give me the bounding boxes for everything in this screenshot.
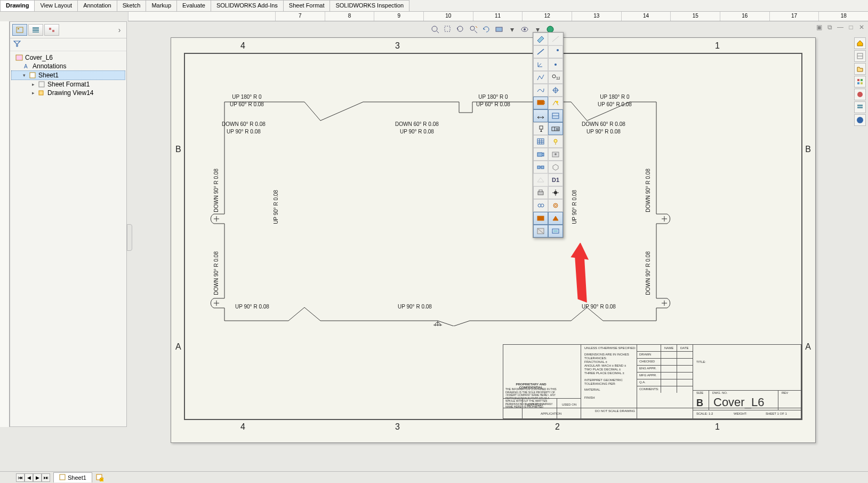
- filter-weld-icon[interactable]: [548, 97, 563, 109]
- zoom-fit-icon[interactable]: [429, 23, 441, 35]
- maximize-icon[interactable]: □: [847, 23, 855, 31]
- fm-tab-property-icon[interactable]: [28, 24, 43, 36]
- taskpane-properties-icon[interactable]: [854, 101, 866, 113]
- filter-sketch-icon[interactable]: [533, 71, 548, 84]
- filter-grid-icon[interactable]: [533, 135, 548, 148]
- tab-sheet-format[interactable]: Sheet Format: [283, 0, 331, 11]
- svg-text:123: 123: [556, 76, 560, 80]
- filter-hole-table-icon[interactable]: [533, 212, 548, 225]
- fm-expand-icon[interactable]: ›: [115, 24, 124, 36]
- zoom-area-icon[interactable]: [442, 23, 454, 35]
- filter-axis-icon[interactable]: [548, 33, 563, 45]
- drawing-sheet[interactable]: 4 3 2 1 4 3 2 1 B A B A UP 180° R 0UP 60…: [171, 37, 816, 443]
- bend-note: UP 90° R 0.08: [571, 190, 578, 224]
- svg-point-71: [554, 153, 557, 155]
- selection-filter-palette[interactable]: 123 ABC 3D D1: [533, 32, 564, 238]
- tree-drawing-view[interactable]: ▸ Drawing View14: [11, 89, 125, 97]
- filter-dimension-icon[interactable]: [533, 109, 548, 122]
- svg-point-45: [554, 64, 557, 66]
- filter-camera-icon[interactable]: [533, 148, 548, 161]
- taskpane-design-library-icon[interactable]: [854, 50, 866, 62]
- viewport-single-icon[interactable]: ▣: [815, 23, 823, 31]
- filter-origin-icon[interactable]: [548, 186, 563, 199]
- filter-decal-icon[interactable]: [548, 148, 563, 161]
- rotate-icon[interactable]: [480, 23, 492, 35]
- tab-annotation[interactable]: Annotation: [77, 0, 117, 11]
- tree-sheet1[interactable]: ▾ Sheet1: [11, 70, 125, 80]
- collapse-toggle-icon[interactable]: ▾: [21, 73, 27, 78]
- bend-note: DOWN 90° R 0.08: [645, 169, 652, 212]
- viewport-link-icon[interactable]: ⧉: [825, 23, 834, 31]
- sheet-nav-last-icon[interactable]: ⏭: [42, 473, 50, 482]
- filter-centermark-icon[interactable]: [548, 84, 563, 97]
- sheet-nav-prev-icon[interactable]: ◀: [25, 473, 33, 482]
- fm-tab-config-icon[interactable]: [44, 24, 59, 36]
- filter-vertex-icon[interactable]: [548, 58, 563, 71]
- minimize-icon[interactable]: —: [836, 23, 845, 31]
- tab-markup[interactable]: Markup: [146, 0, 177, 11]
- filter-view-icon[interactable]: [548, 225, 563, 237]
- bend-note: DOWN 60° R 0.08UP 90° R 0.08: [582, 121, 625, 136]
- bend-note: DOWN 90° R 0.08: [213, 169, 220, 212]
- taskpane-home-icon[interactable]: [854, 37, 866, 49]
- svg-point-83: [554, 204, 557, 207]
- tree-root[interactable]: Cover_L6: [11, 53, 125, 62]
- svg-rect-9: [30, 73, 35, 78]
- svg-rect-26: [861, 82, 863, 84]
- filter-balloon-icon[interactable]: 123: [548, 71, 563, 84]
- filter-connector-icon[interactable]: [533, 161, 548, 173]
- filter-coord-icon[interactable]: [533, 58, 548, 71]
- tab-view-layout[interactable]: View Layout: [34, 0, 78, 11]
- filter-d1-icon[interactable]: D1: [548, 173, 563, 186]
- sheet-tab-sheet1[interactable]: Sheet1: [53, 472, 92, 482]
- panel-collapse-handle[interactable]: [127, 224, 132, 251]
- filter-icon[interactable]: [13, 41, 21, 49]
- sheet-icon: [59, 474, 66, 481]
- close-icon[interactable]: ✕: [857, 23, 866, 31]
- filter-print-icon[interactable]: [533, 186, 548, 199]
- filter-surface-finish-icon[interactable]: [548, 109, 563, 122]
- filter-plane-icon[interactable]: [533, 33, 548, 45]
- taskpane-forum-icon[interactable]: [854, 114, 866, 126]
- filter-mesh-icon[interactable]: [533, 173, 548, 186]
- tree-annotations[interactable]: A Annotations: [11, 62, 125, 70]
- zoom-selection-icon[interactable]: [468, 23, 479, 35]
- expand-toggle-icon[interactable]: ▸: [30, 90, 36, 96]
- tab-evaluate[interactable]: Evaluate: [176, 0, 211, 11]
- taskpane-file-explorer-icon[interactable]: [854, 63, 866, 75]
- filter-gtol-icon[interactable]: 3D: [548, 122, 563, 135]
- filter-note-icon[interactable]: ABC: [533, 97, 548, 109]
- filter-edge-icon[interactable]: [533, 45, 548, 58]
- filter-thread-icon[interactable]: [548, 199, 563, 212]
- section-icon[interactable]: ▾: [506, 23, 518, 35]
- sheet-nav-first-icon[interactable]: ⏮: [16, 473, 25, 482]
- tab-inspection[interactable]: SOLIDWORKS Inspection: [329, 0, 409, 11]
- filter-cosmetic-icon[interactable]: [533, 199, 548, 212]
- filter-datum-icon[interactable]: [533, 122, 548, 135]
- tree-sheet-format[interactable]: ▸ Sheet Format1: [11, 80, 125, 89]
- sheet-nav-next-icon[interactable]: ▶: [33, 473, 42, 482]
- fm-tab-tree-icon[interactable]: [12, 24, 27, 36]
- filter-revision-icon[interactable]: [548, 212, 563, 225]
- filter-spline-icon[interactable]: [533, 84, 548, 97]
- svg-rect-57: [540, 126, 543, 129]
- filter-body-icon[interactable]: [548, 161, 563, 173]
- bend-note: UP 90° R 0.08: [235, 303, 269, 311]
- svg-rect-75: [538, 192, 543, 195]
- display-style-icon[interactable]: [493, 23, 505, 35]
- zone-left-b: B: [175, 145, 181, 154]
- filter-point-icon[interactable]: [548, 45, 563, 58]
- filter-block-icon[interactable]: [533, 225, 548, 237]
- taskpane-view-palette-icon[interactable]: [854, 76, 866, 88]
- filter-light-icon[interactable]: [548, 135, 563, 148]
- svg-point-12: [432, 26, 437, 31]
- taskpane-appearances-icon[interactable]: [854, 89, 866, 100]
- tab-drawing[interactable]: Drawing: [0, 0, 35, 11]
- tab-addins[interactable]: SOLIDWORKS Add-Ins: [211, 0, 284, 11]
- svg-rect-4: [33, 31, 39, 33]
- tab-sketch[interactable]: Sketch: [117, 0, 147, 11]
- expand-toggle-icon[interactable]: ▸: [30, 82, 36, 87]
- add-sheet-icon[interactable]: [94, 473, 105, 482]
- zoom-prev-icon[interactable]: [455, 23, 467, 35]
- hide-show-icon[interactable]: [519, 23, 531, 35]
